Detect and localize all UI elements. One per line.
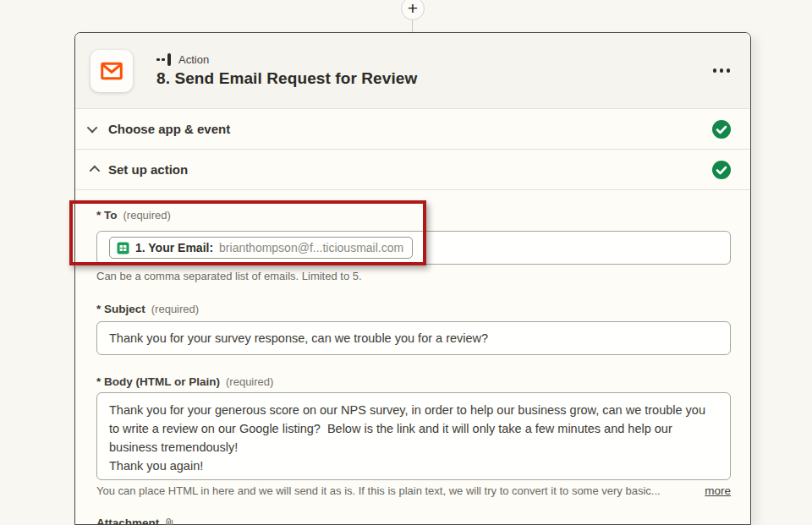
body-helper-row: You can place HTML in here and we will s… xyxy=(96,484,731,497)
more-link[interactable]: more xyxy=(705,484,731,497)
setup-action-form: * To(required) 1. Your Email: brianthomp… xyxy=(96,191,731,525)
subject-field-label: * Subject(required) xyxy=(96,303,199,315)
to-helper-text: Can be a comma separated list of emails.… xyxy=(96,270,362,282)
body-field-label: * Body (HTML or Plain)(required) xyxy=(96,375,273,388)
pill-field-value: brianthompson@f...ticiousmail.com xyxy=(219,241,403,254)
chevron-up-icon xyxy=(90,166,101,177)
section-label: Choose app & event xyxy=(108,122,230,136)
step-connector-line xyxy=(412,20,413,32)
check-icon xyxy=(712,161,731,179)
paperclip-icon xyxy=(164,517,174,525)
to-field-input[interactable]: 1. Your Email: brianthompson@f...ticious… xyxy=(96,231,731,265)
section-choose-app-event[interactable]: Choose app & event xyxy=(75,109,750,150)
google-sheets-icon xyxy=(117,242,129,254)
plus-icon: + xyxy=(408,0,418,19)
step-title-block: Action 8. Send Email Request for Review xyxy=(156,53,417,88)
step-title: 8. Send Email Request for Review xyxy=(156,69,417,88)
to-field-label: * To(required) xyxy=(96,209,171,221)
email-app-icon xyxy=(91,50,133,92)
subject-field-input[interactable] xyxy=(96,321,731,355)
pill-field-name: 1. Your Email: xyxy=(135,241,213,254)
step-type-label: Action xyxy=(178,53,209,66)
ellipsis-menu-icon[interactable] xyxy=(711,63,732,78)
section-label: Set up action xyxy=(108,162,188,177)
check-icon xyxy=(712,120,731,139)
zap-editor-canvas: + Action 8. Send Email Request for Revie… xyxy=(0,0,812,525)
body-helper-text: You can place HTML in here and we will s… xyxy=(96,484,661,497)
step-header: Action 8. Send Email Request for Review xyxy=(75,33,750,109)
chevron-down-icon xyxy=(87,123,98,134)
mapped-field-pill[interactable]: 1. Your Email: brianthompson@f...ticious… xyxy=(109,237,413,259)
section-set-up-action[interactable]: Set up action xyxy=(75,150,750,190)
body-field-input[interactable]: Thank you for your generous score on our… xyxy=(96,392,731,480)
action-type-icon xyxy=(156,53,171,66)
attachment-field-label: Attachment xyxy=(96,517,174,525)
action-step-card: Action 8. Send Email Request for Review … xyxy=(74,32,751,525)
add-step-button[interactable]: + xyxy=(401,0,425,20)
